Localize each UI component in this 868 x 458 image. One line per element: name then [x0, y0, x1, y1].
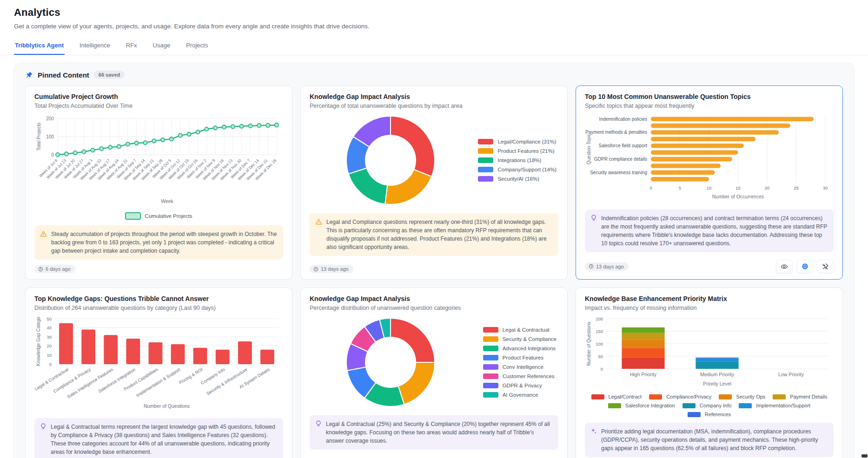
- donut-chart: Legal/Compliance (31%)Product Features (…: [310, 113, 558, 208]
- view-button[interactable]: [776, 260, 793, 273]
- legend-item: Legal/Compliance (31%): [478, 139, 557, 144]
- svg-text:200: 200: [46, 116, 54, 121]
- card-actions: [776, 260, 834, 273]
- legend-swatch: [125, 212, 141, 220]
- svg-text:High Priority: High Priority: [630, 372, 657, 377]
- svg-text:Security awareness training: Security awareness training: [590, 170, 647, 175]
- color-orb-icon: [802, 263, 808, 270]
- insight-box: Prioritize adding legal documentation (M…: [585, 423, 834, 457]
- svg-text:10: 10: [707, 185, 712, 190]
- svg-text:100: 100: [46, 134, 54, 139]
- insight-text: Legal & Contractual terms represent the …: [51, 423, 278, 456]
- legend-swatch: [478, 139, 493, 144]
- legend-item: Customer References: [483, 373, 557, 379]
- tab-usage[interactable]: Usage: [152, 37, 172, 55]
- scrollbar-thumb[interactable]: [861, 454, 868, 458]
- svg-text:100: 100: [596, 341, 603, 347]
- svg-text:30: 30: [46, 334, 52, 340]
- chart-legend: Legal & ContractualSecurity & Compliance…: [483, 327, 557, 398]
- legend-swatch: [483, 373, 498, 379]
- tab-rfx[interactable]: RFx: [125, 37, 138, 55]
- svg-text:Payment methods & penalties: Payment methods & penalties: [585, 130, 647, 135]
- lightbulb-icon: [40, 423, 46, 432]
- card-footer: 13 days ago: [310, 260, 558, 273]
- insight-box: Indemnification policies (28 occurrences…: [585, 209, 834, 252]
- insight-text: Indemnification policies (28 occurrences…: [601, 214, 828, 248]
- warning-icon: [40, 230, 47, 240]
- svg-text:Knowledge Gap Catego: Knowledge Gap Catego: [36, 316, 41, 366]
- svg-text:Security & Infrastructure: Security & Infrastructure: [205, 366, 248, 396]
- tab-intelligence[interactable]: Intelligence: [79, 37, 111, 55]
- chart-legend: Legal/ContractCompliance/PrivacySecurity…: [585, 394, 834, 417]
- svg-text:25: 25: [794, 185, 799, 190]
- card-top-knowledge-gaps[interactable]: Top Knowledge Gaps: Questions Tribble Ca…: [25, 288, 292, 458]
- timestamp-badge: 6 days ago: [34, 265, 75, 273]
- tab-tribblytics-agent[interactable]: Tribblytics Agent: [14, 37, 65, 55]
- svg-text:Number of Occurrences: Number of Occurrences: [712, 194, 764, 199]
- pinned-cards-grid: Cumulative Project Growth Total Projects…: [25, 85, 843, 458]
- svg-text:Week: Week: [161, 198, 173, 204]
- svg-text:Salesforce field support: Salesforce field support: [598, 143, 647, 148]
- legend-swatch: [682, 403, 696, 408]
- card-title: Knowledge Base Enhancement Priority Matr…: [585, 295, 834, 302]
- svg-text:0: 0: [49, 362, 52, 367]
- legend-item: References: [688, 412, 731, 417]
- card-subtitle: Percentage distribution of unanswered qu…: [310, 305, 558, 311]
- card-title: Knowledge Gap Impact Analysis: [310, 295, 558, 302]
- legend-swatch: [483, 364, 498, 370]
- card-footer: 6 days ago: [34, 260, 283, 273]
- card-title: Knowledge Gap Impact Analysis: [310, 93, 558, 100]
- clock-icon: [589, 264, 594, 269]
- card-knowledge-gap-impact-1[interactable]: Knowledge Gap Impact Analysis Percentage…: [300, 85, 568, 280]
- svg-text:200: 200: [596, 316, 603, 321]
- svg-text:Number of Questions: Number of Questions: [144, 403, 190, 409]
- card-cumulative-project-growth[interactable]: Cumulative Project Growth Total Projects…: [25, 85, 292, 280]
- legend-item: Legal/Contract: [591, 394, 642, 399]
- legend-item: Security & Compliance: [483, 336, 557, 342]
- sparkles-icon: [590, 428, 597, 437]
- insight-box: Legal & Contractual (25%) and Security &…: [310, 415, 558, 450]
- legend-swatch: [649, 394, 662, 399]
- svg-text:50: 50: [46, 316, 52, 321]
- color-theme-button[interactable]: [796, 260, 813, 273]
- card-subtitle: Distribution of 264 unanswerable questio…: [34, 305, 283, 311]
- legend-swatch: [478, 176, 493, 182]
- chart-legend: Legal/Compliance (31%)Product Features (…: [478, 139, 557, 182]
- pinned-title: Pinned Content: [38, 71, 89, 79]
- card-top-10-unanswerable-topics[interactable]: Top 10 Most Common Unanswerable Question…: [576, 85, 843, 280]
- page-subtitle: Get a complete view of your agents, proj…: [14, 23, 854, 30]
- legend-item: Integrations (18%): [478, 157, 557, 163]
- insight-text: Prioritize adding legal documentation (M…: [601, 427, 828, 452]
- pin-icon: [25, 71, 33, 79]
- legend-item: Security Ops: [719, 394, 765, 399]
- legend-swatch: [483, 392, 498, 398]
- chart-legend: Cumulative Projects: [34, 212, 283, 220]
- svg-text:15: 15: [735, 185, 741, 190]
- lightbulb-icon: [590, 215, 597, 223]
- svg-text:20: 20: [765, 185, 770, 190]
- svg-text:GDPR compliance details: GDPR compliance details: [594, 157, 647, 162]
- card-priority-matrix[interactable]: Knowledge Base Enhancement Priority Matr…: [576, 288, 843, 458]
- legend-item: Company/Support (14%): [478, 167, 557, 172]
- pinned-content-panel: Pinned Content 66 saved Cumulative Proje…: [13, 63, 855, 458]
- svg-text:30: 30: [823, 185, 828, 190]
- eye-icon: [781, 263, 788, 270]
- legend-swatch: [483, 355, 498, 360]
- legend-swatch: [483, 336, 498, 342]
- svg-text:Salesforce Integration: Salesforce Integration: [97, 366, 136, 393]
- unpin-button[interactable]: [817, 260, 834, 273]
- card-title: Top 10 Most Common Unanswerable Question…: [585, 93, 834, 100]
- legend-item: Product Features: [483, 355, 557, 360]
- card-subtitle: Total Projects Accumulated Over Time: [34, 103, 283, 109]
- card-knowledge-gap-impact-2[interactable]: Knowledge Gap Impact Analysis Percentage…: [300, 288, 568, 458]
- legend-item: Conv Intelligence: [483, 364, 557, 370]
- card-footer: 13 days ago: [585, 255, 834, 273]
- timestamp-badge: 13 days ago: [310, 265, 353, 273]
- bar-chart: 01020304050Legal & ContractualCompliance…: [34, 315, 283, 412]
- page-header: Analytics Get a complete view of your ag…: [0, 0, 868, 30]
- timestamp-badge: 13 days ago: [585, 262, 629, 271]
- legend-item: Security/AI (16%): [478, 176, 557, 182]
- tab-projects[interactable]: Projects: [185, 37, 209, 55]
- insight-text: Legal & Contractual (25%) and Security &…: [326, 420, 553, 445]
- svg-text:Number of Questions: Number of Questions: [586, 322, 591, 366]
